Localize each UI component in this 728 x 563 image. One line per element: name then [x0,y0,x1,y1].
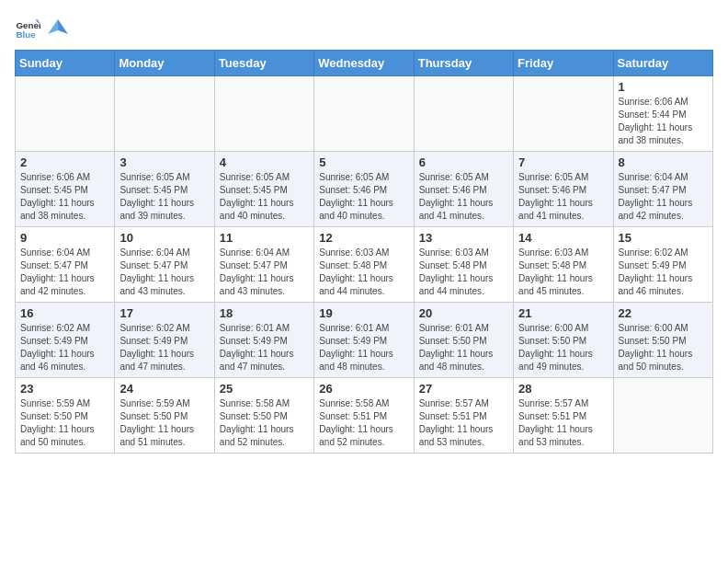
day-number: 19 [319,306,408,320]
day-number: 22 [619,306,708,320]
calendar-cell: 28Sunrise: 5:57 AMSunset: 5:51 PMDayligh… [514,378,613,454]
calendar-cell: 18Sunrise: 6:01 AMSunset: 5:49 PMDayligh… [214,303,313,378]
day-info: Sunrise: 6:01 AMSunset: 5:49 PMDaylight:… [319,322,408,373]
calendar-cell: 10Sunrise: 6:04 AMSunset: 5:47 PMDayligh… [115,227,214,303]
day-number: 23 [20,382,109,396]
day-info: Sunrise: 6:04 AMSunset: 5:47 PMDaylight:… [20,247,109,298]
calendar-cell: 11Sunrise: 6:04 AMSunset: 5:47 PMDayligh… [214,227,313,303]
calendar-cell [115,76,214,152]
day-number: 18 [220,306,309,320]
calendar-cell [514,76,613,152]
calendar-cell [214,76,313,152]
weekday-sunday: Sunday [16,51,115,76]
day-info: Sunrise: 5:57 AMSunset: 5:51 PMDaylight:… [518,397,608,449]
day-info: Sunrise: 6:00 AMSunset: 5:50 PMDaylight:… [619,322,708,373]
calendar-cell [613,378,712,454]
day-info: Sunrise: 6:01 AMSunset: 5:49 PMDaylight:… [220,322,309,373]
day-info: Sunrise: 6:04 AMSunset: 5:47 PMDaylight:… [220,247,309,298]
day-info: Sunrise: 6:02 AMSunset: 5:49 PMDaylight:… [119,322,209,373]
day-number: 13 [419,231,508,245]
calendar-cell: 22Sunrise: 6:00 AMSunset: 5:50 PMDayligh… [613,303,712,378]
day-info: Sunrise: 6:02 AMSunset: 5:49 PMDaylight:… [20,322,109,373]
day-number: 14 [518,231,608,245]
day-info: Sunrise: 6:00 AMSunset: 5:50 PMDaylight:… [518,322,608,373]
day-info: Sunrise: 6:05 AMSunset: 5:45 PMDaylight:… [119,171,209,223]
day-info: Sunrise: 6:06 AMSunset: 5:44 PMDaylight:… [619,96,708,147]
calendar-cell: 24Sunrise: 5:59 AMSunset: 5:50 PMDayligh… [115,378,214,454]
svg-text:Blue: Blue [16,29,36,40]
calendar-cell: 27Sunrise: 5:57 AMSunset: 5:51 PMDayligh… [414,378,513,454]
day-number: 21 [518,306,608,320]
calendar-cell: 15Sunrise: 6:02 AMSunset: 5:49 PMDayligh… [613,227,712,303]
day-number: 12 [319,231,408,245]
day-number: 28 [518,382,608,396]
day-number: 7 [518,155,608,169]
weekday-monday: Monday [115,51,214,76]
day-number: 27 [419,382,508,396]
logo-sail-icon [48,17,68,38]
day-info: Sunrise: 6:04 AMSunset: 5:47 PMDaylight:… [619,171,708,223]
calendar-cell: 9Sunrise: 6:04 AMSunset: 5:47 PMDaylight… [16,227,115,303]
calendar-week-3: 16Sunrise: 6:02 AMSunset: 5:49 PMDayligh… [16,303,713,378]
calendar-cell: 14Sunrise: 6:03 AMSunset: 5:48 PMDayligh… [514,227,613,303]
day-info: Sunrise: 5:57 AMSunset: 5:51 PMDaylight:… [419,397,508,449]
day-number: 9 [20,231,109,245]
day-number: 24 [119,382,209,396]
day-number: 4 [220,155,309,169]
day-info: Sunrise: 5:59 AMSunset: 5:50 PMDaylight:… [20,397,109,449]
day-info: Sunrise: 6:06 AMSunset: 5:45 PMDaylight:… [20,171,109,223]
calendar-cell: 6Sunrise: 6:05 AMSunset: 5:46 PMDaylight… [414,152,513,227]
logo: General Blue [15,15,68,40]
calendar-body: 1Sunrise: 6:06 AMSunset: 5:44 PMDaylight… [16,76,713,454]
calendar-cell: 26Sunrise: 5:58 AMSunset: 5:51 PMDayligh… [314,378,414,454]
page-header: General Blue [15,15,713,40]
calendar-cell: 23Sunrise: 5:59 AMSunset: 5:50 PMDayligh… [16,378,115,454]
day-number: 1 [619,80,708,94]
svg-marker-4 [58,19,68,34]
weekday-friday: Friday [514,51,613,76]
day-info: Sunrise: 6:05 AMSunset: 5:46 PMDaylight:… [518,171,608,223]
calendar-table: SundayMondayTuesdayWednesdayThursdayFrid… [15,50,713,454]
calendar-cell: 3Sunrise: 6:05 AMSunset: 5:45 PMDaylight… [115,152,214,227]
day-number: 5 [319,155,408,169]
calendar-cell: 13Sunrise: 6:03 AMSunset: 5:48 PMDayligh… [414,227,513,303]
calendar-week-1: 2Sunrise: 6:06 AMSunset: 5:45 PMDaylight… [16,152,713,227]
calendar-cell: 7Sunrise: 6:05 AMSunset: 5:46 PMDaylight… [514,152,613,227]
calendar-cell: 17Sunrise: 6:02 AMSunset: 5:49 PMDayligh… [115,303,214,378]
day-number: 26 [319,382,408,396]
day-number: 10 [119,231,209,245]
day-number: 20 [419,306,508,320]
weekday-thursday: Thursday [414,51,513,76]
calendar-cell [314,76,414,152]
calendar-cell: 25Sunrise: 5:58 AMSunset: 5:50 PMDayligh… [214,378,313,454]
calendar-cell [16,76,115,152]
weekday-tuesday: Tuesday [214,51,313,76]
calendar-cell: 4Sunrise: 6:05 AMSunset: 5:45 PMDaylight… [214,152,313,227]
calendar-cell: 19Sunrise: 6:01 AMSunset: 5:49 PMDayligh… [314,303,414,378]
calendar-cell [414,76,513,152]
day-info: Sunrise: 6:02 AMSunset: 5:49 PMDaylight:… [619,247,708,298]
calendar-cell: 8Sunrise: 6:04 AMSunset: 5:47 PMDaylight… [613,152,712,227]
day-info: Sunrise: 6:03 AMSunset: 5:48 PMDaylight:… [518,247,608,298]
weekday-saturday: Saturday [613,51,712,76]
calendar-cell: 21Sunrise: 6:00 AMSunset: 5:50 PMDayligh… [514,303,613,378]
day-info: Sunrise: 6:04 AMSunset: 5:47 PMDaylight:… [119,247,209,298]
day-number: 17 [119,306,209,320]
calendar-week-2: 9Sunrise: 6:04 AMSunset: 5:47 PMDaylight… [16,227,713,303]
weekday-header-row: SundayMondayTuesdayWednesdayThursdayFrid… [16,51,713,76]
calendar-cell: 16Sunrise: 6:02 AMSunset: 5:49 PMDayligh… [16,303,115,378]
weekday-wednesday: Wednesday [314,51,414,76]
calendar-cell: 12Sunrise: 6:03 AMSunset: 5:48 PMDayligh… [314,227,414,303]
day-number: 2 [20,155,109,169]
logo-icon: General Blue [15,15,40,40]
day-info: Sunrise: 6:05 AMSunset: 5:45 PMDaylight:… [220,171,309,223]
day-info: Sunrise: 6:05 AMSunset: 5:46 PMDaylight:… [319,171,408,223]
day-info: Sunrise: 6:05 AMSunset: 5:46 PMDaylight:… [419,171,508,223]
calendar-header: SundayMondayTuesdayWednesdayThursdayFrid… [16,51,713,76]
day-number: 8 [619,155,708,169]
day-number: 3 [119,155,209,169]
day-info: Sunrise: 5:58 AMSunset: 5:50 PMDaylight:… [220,397,309,449]
day-number: 16 [20,306,109,320]
day-info: Sunrise: 5:59 AMSunset: 5:50 PMDaylight:… [119,397,209,449]
svg-marker-5 [48,19,58,34]
